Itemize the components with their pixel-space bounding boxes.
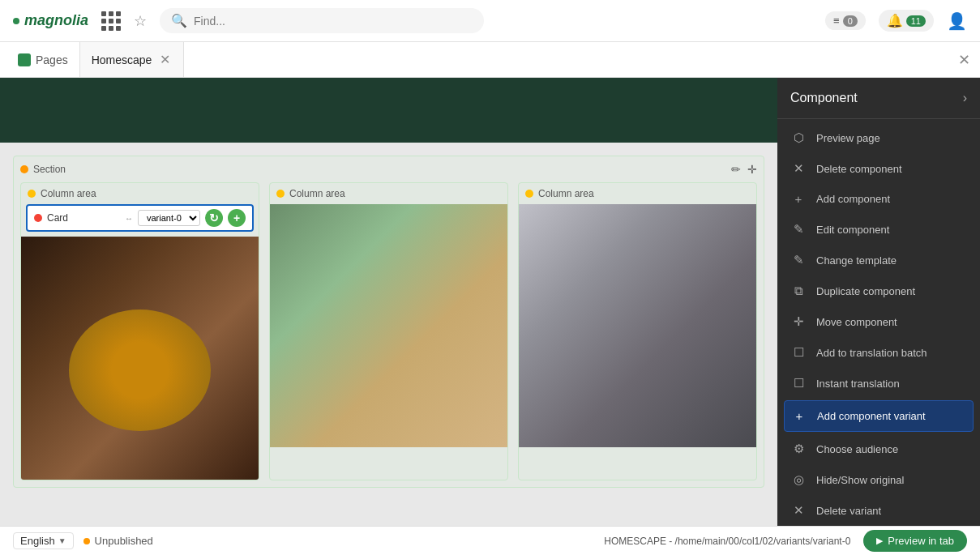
column-dot-3 bbox=[525, 190, 533, 198]
menu-label-add-to-translation: Add to translation batch bbox=[816, 347, 927, 359]
card-add-button[interactable]: + bbox=[228, 209, 246, 227]
logo-dot bbox=[13, 18, 19, 24]
notifications-button[interactable]: 🔔 11 bbox=[879, 10, 934, 32]
column-area-1: Column area Card ↔ variant-0 variant-1 v… bbox=[20, 182, 259, 480]
logo-text: magnolia bbox=[24, 12, 88, 29]
variant-select[interactable]: variant-0 variant-1 variant-2 bbox=[138, 210, 200, 226]
tab-homescape[interactable]: Homescape ✕ bbox=[79, 42, 185, 77]
column-label-3: Column area bbox=[519, 183, 756, 204]
tasks-icon: ≡ bbox=[833, 15, 840, 27]
tab-pages-label: Pages bbox=[36, 53, 68, 66]
section-label-bar: Section ✏ ✛ bbox=[20, 163, 757, 176]
bottombar: English ▼ Unpublished HOMESCAPE - /home/… bbox=[0, 526, 980, 555]
page-body: Section ✏ ✛ Column area bbox=[0, 143, 777, 526]
panel-header: Component › bbox=[777, 78, 980, 119]
instant-translation-icon: ☐ bbox=[790, 376, 807, 391]
tab-pages[interactable]: Pages bbox=[6, 42, 79, 77]
hide-show-original-icon: ◎ bbox=[790, 472, 807, 487]
columns-grid: Column area Card ↔ variant-0 variant-1 v… bbox=[20, 182, 757, 480]
content-area: Section ✏ ✛ Column area bbox=[0, 78, 777, 526]
menu-label-preview-page: Preview page bbox=[816, 132, 880, 144]
menu-item-instant-translation[interactable]: ☐ Instant translation bbox=[777, 368, 980, 399]
column-text-1: Column area bbox=[41, 188, 96, 199]
tasks-count: 0 bbox=[843, 15, 858, 27]
right-panel: Component › ⬡ Preview page ✕ Delete comp… bbox=[777, 78, 980, 526]
search-input[interactable] bbox=[194, 15, 473, 28]
tasks-button[interactable]: ≡ 0 bbox=[825, 11, 866, 30]
add-component-icon: + bbox=[790, 192, 807, 206]
choose-audience-icon: ⚙ bbox=[790, 442, 807, 456]
search-icon: 🔍 bbox=[171, 13, 187, 28]
language-selector[interactable]: English ▼ bbox=[13, 532, 74, 549]
section-edit-button[interactable]: ✏ bbox=[731, 163, 741, 176]
column-dot-1 bbox=[28, 190, 36, 198]
delete-component-icon: ✕ bbox=[790, 161, 807, 176]
menu-item-move-component[interactable]: ✛ Move component bbox=[777, 306, 980, 337]
tab-close-button[interactable]: ✕ bbox=[158, 50, 172, 69]
menu-item-add-component-variant[interactable]: + Add component variant bbox=[784, 400, 974, 432]
add-to-translation-icon: ☐ bbox=[790, 345, 807, 360]
notifications-count: 11 bbox=[906, 15, 926, 27]
panel-collapse-button[interactable]: › bbox=[963, 91, 967, 105]
preview-in-tab-button[interactable]: ▶ Preview in tab bbox=[863, 530, 967, 552]
menu-label-duplicate-component: Duplicate component bbox=[816, 285, 915, 297]
edit-component-icon: ✎ bbox=[790, 222, 807, 237]
section-wrapper: Section ✏ ✛ Column area bbox=[13, 156, 764, 488]
change-template-icon: ✎ bbox=[790, 253, 807, 267]
column-label-1: Column area bbox=[21, 183, 259, 204]
menu-label-choose-audience: Choose audience bbox=[816, 443, 898, 455]
menu-item-add-component[interactable]: + Add component bbox=[777, 184, 980, 214]
close-panel-button[interactable]: ✕ bbox=[958, 51, 980, 69]
column-label-2: Column area bbox=[270, 183, 507, 204]
column-area-2: Column area bbox=[269, 182, 508, 480]
menu-item-edit-component[interactable]: ✎ Edit component bbox=[777, 214, 980, 245]
user-icon[interactable]: 👤 bbox=[947, 11, 967, 31]
card-label: Card bbox=[47, 212, 120, 224]
menu-item-delete-component[interactable]: ✕ Delete component bbox=[777, 153, 980, 184]
menu-label-instant-translation: Instant translation bbox=[816, 378, 900, 390]
card-image-food bbox=[21, 237, 259, 480]
favorites-icon[interactable]: ☆ bbox=[134, 12, 147, 30]
menu-item-preview-page[interactable]: ⬡ Preview page bbox=[777, 122, 980, 153]
menu-item-choose-audience[interactable]: ⚙ Choose audience bbox=[777, 433, 980, 464]
section-actions: ✏ ✛ bbox=[731, 163, 757, 176]
bell-icon: 🔔 bbox=[887, 13, 903, 28]
menu-item-duplicate-component[interactable]: ⧉ Duplicate component bbox=[777, 275, 980, 306]
menu-label-add-component: Add component bbox=[816, 193, 890, 205]
menu-label-delete-component: Delete component bbox=[816, 163, 902, 175]
card-spin-button[interactable]: ↻ bbox=[205, 209, 223, 227]
duplicate-component-icon: ⧉ bbox=[790, 284, 807, 298]
delete-variant-icon: ✕ bbox=[790, 503, 807, 518]
search-bar[interactable]: 🔍 bbox=[160, 8, 484, 33]
topbar: magnolia ☆ 🔍 ≡ 0 🔔 11 👤 bbox=[0, 0, 980, 42]
preview-btn-icon: ▶ bbox=[876, 536, 883, 546]
tab-active-label: Homescape bbox=[92, 53, 152, 66]
section-dot bbox=[20, 165, 28, 173]
menu-item-change-template[interactable]: ✎ Change template bbox=[777, 245, 980, 275]
preview-btn-label: Preview in tab bbox=[888, 535, 954, 547]
menu-item-add-to-translation[interactable]: ☐ Add to translation batch bbox=[777, 337, 980, 368]
logo: magnolia bbox=[13, 12, 88, 29]
panel-menu: ⬡ Preview page ✕ Delete component + Add … bbox=[777, 119, 980, 526]
card-image-room bbox=[270, 204, 507, 447]
move-component-icon: ✛ bbox=[790, 314, 807, 329]
main-layout: Section ✏ ✛ Column area bbox=[0, 78, 980, 526]
menu-item-delete-variant[interactable]: ✕ Delete variant bbox=[777, 495, 980, 526]
preview-page-icon: ⬡ bbox=[790, 130, 807, 145]
language-caret-icon: ▼ bbox=[58, 536, 66, 545]
column-area-3: Column area bbox=[518, 182, 757, 480]
app-grid-icon[interactable] bbox=[101, 11, 121, 31]
menu-item-hide-show-original[interactable]: ◎ Hide/Show original bbox=[777, 464, 980, 495]
section-move-button[interactable]: ✛ bbox=[747, 163, 757, 176]
menu-label-add-component-variant: Add component variant bbox=[817, 410, 926, 422]
panel-title: Component bbox=[790, 91, 858, 105]
card-move-handle[interactable]: ↔ bbox=[125, 214, 133, 223]
menu-label-hide-show-original: Hide/Show original bbox=[816, 474, 904, 486]
column-text-2: Column area bbox=[289, 188, 345, 199]
menu-label-edit-component: Edit component bbox=[816, 224, 889, 236]
tabbar: Pages Homescape ✕ ✕ bbox=[0, 42, 980, 78]
pages-icon bbox=[18, 53, 31, 66]
section-text: Section bbox=[33, 164, 66, 175]
menu-label-change-template: Change template bbox=[816, 254, 897, 267]
status-dot bbox=[83, 538, 90, 544]
